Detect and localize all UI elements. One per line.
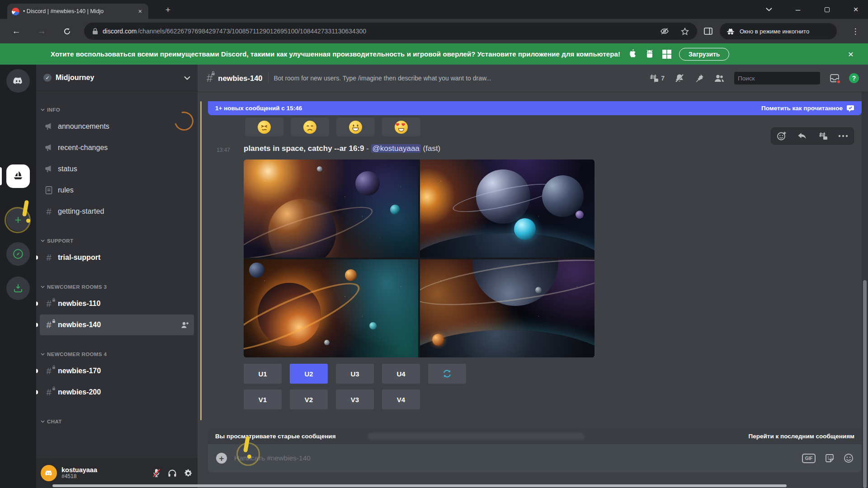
channel-topic[interactable]: Bot room for new users. Type /imagine th… xyxy=(274,75,491,82)
inbox-badge xyxy=(836,80,841,84)
horizontal-scrollbar[interactable] xyxy=(52,484,787,487)
image-quadrant-4[interactable] xyxy=(420,259,594,357)
sidebar-item-announcements[interactable]: announcements xyxy=(40,116,194,137)
image-quadrant-1[interactable] xyxy=(244,160,418,258)
pinned-messages-icon[interactable] xyxy=(694,73,704,83)
jump-to-present-button[interactable]: Перейти к последним сообщениям xyxy=(749,433,854,440)
android-icon xyxy=(645,49,655,60)
chat-scrollbar-thumb[interactable] xyxy=(863,280,867,488)
help-button[interactable]: ? xyxy=(849,73,859,83)
server-header[interactable]: ✓ Midjourney xyxy=(36,65,198,91)
new-messages-text: 1+ новых сообщений с 15:46 xyxy=(215,105,302,112)
browser-tab-bar: • Discord | #newbies-140 | Midjo × + – × xyxy=(0,0,868,19)
message-timestamp: 13:47 xyxy=(217,147,230,153)
button-u1[interactable]: U1 xyxy=(244,364,282,384)
browser-tab[interactable]: • Discord | #newbies-140 | Midjo × xyxy=(7,4,148,19)
reaction-confounded-face[interactable] xyxy=(245,117,283,136)
button-v3[interactable]: V3 xyxy=(336,389,374,409)
emoji-picker-icon[interactable] xyxy=(844,453,854,463)
invite-people-icon[interactable] xyxy=(180,321,189,329)
user-avatar[interactable] xyxy=(41,465,57,481)
generated-image-grid[interactable] xyxy=(244,160,594,357)
side-panel-icon[interactable] xyxy=(702,25,714,38)
member-list-icon[interactable] xyxy=(714,74,725,83)
new-tab-button[interactable]: + xyxy=(165,5,170,14)
reaction-heart-eyes-face[interactable] xyxy=(382,117,420,136)
settings-gear-icon[interactable] xyxy=(184,469,193,478)
button-u4[interactable]: U4 xyxy=(382,364,420,384)
category-support[interactable]: SUPPORT xyxy=(36,235,198,246)
headphones-icon[interactable] xyxy=(167,469,177,478)
midjourney-server-button[interactable] xyxy=(6,164,30,188)
url-path: /channels/662267976984297473/10085711290… xyxy=(137,28,366,35)
address-bar[interactable]: discord.com /channels/662267976984297473… xyxy=(84,23,697,40)
back-button[interactable]: ← xyxy=(10,25,23,38)
reaction-grinning-face[interactable] xyxy=(336,117,375,136)
sidebar-item-newbies-170[interactable]: # newbies-170 xyxy=(40,361,194,381)
download-apps-button[interactable] xyxy=(6,277,30,300)
sidebar-item-getting-started[interactable]: # getting-started xyxy=(40,201,194,222)
button-u2-selected[interactable]: U2 xyxy=(290,364,328,384)
new-messages-bar[interactable]: 1+ новых сообщений с 15:46 Пометить как … xyxy=(208,101,862,115)
generation-mode: (fast) xyxy=(423,144,441,153)
sidebar-item-recent-changes[interactable]: recent-changes xyxy=(40,137,194,158)
mic-muted-icon[interactable] xyxy=(152,468,161,478)
reaction-disappointed-face[interactable] xyxy=(291,117,329,136)
banner-close-icon[interactable]: × xyxy=(844,48,857,61)
threads-icon xyxy=(649,74,659,83)
category-newcomer-rooms-3[interactable]: NEWCOMER ROOMS 3 xyxy=(36,282,198,292)
sidebar-item-status[interactable]: status xyxy=(40,159,194,179)
sticker-picker-icon[interactable] xyxy=(825,453,835,463)
reroll-button[interactable] xyxy=(428,364,466,384)
message-input[interactable] xyxy=(234,454,795,462)
more-options-icon[interactable] xyxy=(838,135,848,137)
search-input[interactable] xyxy=(738,75,818,82)
sidebar-item-rules[interactable]: rules xyxy=(40,180,194,201)
eye-slash-icon[interactable] xyxy=(660,28,669,35)
window-maximize-button[interactable] xyxy=(816,0,837,19)
sidebar-item-newbies-200[interactable]: # newbies-200 xyxy=(40,382,194,403)
inbox-button[interactable] xyxy=(830,74,840,83)
image-quadrant-2[interactable] xyxy=(420,160,594,258)
browser-menu-icon[interactable]: ⋮ xyxy=(849,25,862,38)
forward-button[interactable]: → xyxy=(35,25,48,38)
category-newcomer-rooms-4[interactable]: NEWCOMER ROOMS 4 xyxy=(36,349,198,360)
button-v4[interactable]: V4 xyxy=(382,389,420,409)
gif-picker-button[interactable]: GIF xyxy=(802,454,816,463)
image-quadrant-3[interactable] xyxy=(244,259,418,357)
banner-download-button[interactable]: Загрузить xyxy=(679,48,729,61)
window-chevron-icon[interactable] xyxy=(759,0,779,19)
thread-count: 7 xyxy=(661,75,665,82)
create-thread-icon[interactable] xyxy=(818,131,828,141)
explore-servers-button[interactable] xyxy=(6,242,30,266)
tab-close-icon[interactable]: × xyxy=(137,7,144,15)
button-v1[interactable]: V1 xyxy=(244,389,282,409)
incognito-badge[interactable]: Окно в режиме инкогнито xyxy=(720,23,837,39)
rules-book-icon xyxy=(44,186,53,195)
reply-icon[interactable] xyxy=(797,131,807,141)
sidebar-item-newbies-140[interactable]: # newbies-140 xyxy=(40,314,194,335)
category-chat[interactable]: CHAT xyxy=(36,416,198,427)
mark-as-read-button[interactable]: Пометить как прочитанное xyxy=(761,105,854,112)
notifications-muted-icon[interactable] xyxy=(674,73,685,83)
reload-button[interactable] xyxy=(61,25,73,38)
button-v2[interactable]: V2 xyxy=(290,389,328,409)
discord-home-button[interactable] xyxy=(6,69,30,93)
button-u3[interactable]: U3 xyxy=(336,364,374,384)
window-close-button[interactable]: × xyxy=(845,0,866,19)
unread-indicator xyxy=(36,390,38,394)
category-info[interactable]: INFO xyxy=(36,104,198,115)
user-mention[interactable]: @kostuayaaa xyxy=(371,144,421,153)
sidebar-item-newbies-110[interactable]: # newbies-110 xyxy=(40,293,194,314)
message-composer[interactable]: + GIF xyxy=(208,444,862,472)
threads-button[interactable]: 7 xyxy=(649,74,665,83)
window-minimize-button[interactable]: – xyxy=(788,0,808,19)
sidebar-item-trial-support[interactable]: # trial-support xyxy=(40,247,194,268)
server-rail: + xyxy=(0,65,36,488)
upload-attachment-button[interactable]: + xyxy=(216,453,227,464)
bookmark-star-icon[interactable] xyxy=(681,28,689,35)
search-box[interactable] xyxy=(734,72,820,84)
apple-icon xyxy=(627,49,637,60)
add-reaction-icon[interactable] xyxy=(777,131,787,141)
chat-scrollbar-track[interactable] xyxy=(862,92,868,488)
